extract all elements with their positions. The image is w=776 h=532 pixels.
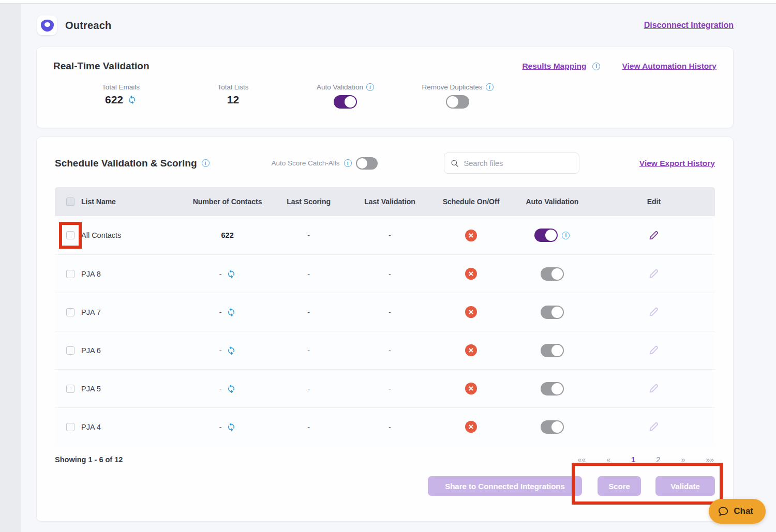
pagination-page-2[interactable]: 2 [656, 455, 660, 464]
table-row: PJA 7 - - - × i [55, 293, 715, 331]
schedule-off-icon[interactable]: × [465, 421, 477, 433]
last-scoring-value: - [307, 385, 310, 393]
last-scoring-value: - [307, 423, 310, 431]
last-validation-value: - [389, 423, 391, 431]
pagination-page-1[interactable]: 1 [631, 455, 635, 464]
last-validation-value: - [389, 231, 391, 239]
row-checkbox[interactable] [66, 385, 74, 393]
row-checkbox[interactable] [66, 423, 74, 431]
schedule-title: Schedule Validation & Scoring [55, 158, 197, 169]
auto-validation-info-icon[interactable]: i [562, 232, 570, 239]
chat-button[interactable]: Chat [709, 499, 766, 524]
view-automation-history-link[interactable]: View Automation History [622, 62, 717, 71]
auto-score-info-icon[interactable]: i [344, 159, 352, 167]
auto-score-toggle[interactable] [356, 157, 378, 170]
refresh-icon[interactable] [227, 422, 236, 432]
auto-validation-toggle[interactable] [541, 267, 564, 281]
refresh-icon[interactable] [227, 269, 236, 279]
list-name: PJA 4 [81, 423, 101, 431]
contacts-value: - [219, 346, 222, 355]
score-button[interactable]: Score [598, 476, 641, 496]
list-name: PJA 5 [81, 385, 101, 393]
refresh-icon[interactable] [127, 95, 137, 104]
schedule-title-info-icon[interactable]: i [202, 159, 210, 167]
auto-score-label: Auto Score Catch-Alls [272, 159, 340, 167]
pagination: «« « 1 2 » »» [578, 455, 715, 464]
edit-pencil-icon[interactable] [648, 345, 659, 356]
share-to-integrations-button[interactable]: Share to Connected Integrations [428, 476, 582, 496]
col-edit: Edit [593, 197, 715, 206]
select-all-checkbox[interactable] [66, 197, 74, 206]
auto-validation-toggle[interactable] [541, 344, 564, 357]
auto-validation-toggle[interactable] [541, 382, 564, 396]
schedule-off-icon[interactable]: × [465, 344, 477, 356]
table-header-row: List Name Number of Contacts Last Scorin… [55, 187, 715, 216]
table-row: PJA 5 - - - × i [55, 369, 715, 407]
auto-validation-info-icon[interactable]: i [366, 83, 374, 91]
total-lists-label: Total Lists [217, 83, 248, 91]
remove-duplicates-info-icon[interactable]: i [486, 83, 494, 91]
table-row: PJA 6 - - - × i [55, 331, 715, 369]
last-scoring-value: - [307, 308, 310, 316]
remove-duplicates-toggle[interactable] [446, 95, 469, 109]
schedule-off-icon[interactable]: × [465, 230, 477, 241]
row-checkbox[interactable] [66, 231, 74, 239]
outreach-logo-icon [37, 16, 57, 35]
list-name: All Contacts [81, 231, 121, 239]
list-name: PJA 8 [81, 270, 101, 278]
pagination-last[interactable]: »» [706, 455, 714, 464]
refresh-icon[interactable] [227, 346, 236, 355]
schedule-validation-card: Schedule Validation & Scoring i Auto Sco… [36, 136, 734, 522]
total-lists-stat: Total Lists 12 [177, 82, 289, 109]
edit-pencil-icon[interactable] [648, 230, 659, 241]
refresh-icon[interactable] [227, 384, 236, 393]
search-box[interactable] [444, 153, 579, 174]
auto-score-group: Auto Score Catch-Alls i [272, 157, 378, 170]
pagination-prev[interactable]: « [606, 455, 610, 464]
auto-validation-toggle[interactable] [541, 306, 564, 319]
table-row: All Contacts 622 - - × i [55, 216, 715, 254]
total-emails-stat: Total Emails 622 [65, 82, 177, 109]
contacts-value: - [219, 385, 222, 393]
edit-pencil-icon[interactable] [648, 307, 659, 317]
view-export-history-link[interactable]: View Export History [639, 159, 715, 168]
contacts-value: 622 [221, 231, 234, 239]
last-validation-value: - [389, 346, 391, 355]
realtime-title: Real-Time Validation [53, 60, 149, 72]
last-validation-value: - [389, 270, 391, 278]
page-title: Outreach [65, 20, 111, 32]
auto-validation-stat: Auto Validation i [289, 82, 401, 109]
disconnect-integration-link[interactable]: Disconnect Integration [644, 21, 734, 30]
row-checkbox[interactable] [66, 270, 74, 278]
list-name: PJA 7 [81, 308, 101, 316]
last-validation-value: - [389, 385, 391, 393]
search-input[interactable] [464, 159, 573, 168]
col-auto-validation: Auto Validation [512, 197, 593, 206]
row-checkbox[interactable] [66, 346, 74, 355]
edit-pencil-icon[interactable] [648, 421, 659, 432]
last-scoring-value: - [307, 346, 310, 355]
chat-bubble-icon [718, 506, 729, 517]
edit-pencil-icon[interactable] [648, 383, 659, 394]
col-schedule-on-off: Schedule On/Off [430, 197, 512, 206]
list-name: PJA 6 [81, 346, 101, 355]
results-mapping-info-icon[interactable]: i [592, 63, 600, 70]
auto-validation-toggle[interactable] [534, 229, 558, 242]
schedule-off-icon[interactable]: × [465, 383, 477, 394]
edit-pencil-icon[interactable] [648, 268, 659, 279]
refresh-icon[interactable] [227, 308, 236, 317]
realtime-validation-card: Real-Time Validation Results Mapping i V… [36, 47, 734, 128]
contacts-value: - [219, 270, 222, 278]
auto-validation-toggle[interactable] [334, 95, 357, 109]
results-mapping-link[interactable]: Results Mapping [522, 62, 586, 71]
row-checkbox[interactable] [66, 308, 74, 316]
auto-validation-toggle[interactable] [541, 420, 564, 434]
main-panel: Outreach Disconnect Integration Real-Tim… [21, 4, 776, 532]
schedule-off-icon[interactable]: × [465, 268, 477, 280]
chat-label: Chat [734, 506, 753, 516]
schedule-off-icon[interactable]: × [465, 306, 477, 318]
col-last-validation: Last Validation [349, 197, 430, 206]
pagination-first[interactable]: «« [578, 455, 586, 464]
pagination-next[interactable]: » [681, 455, 685, 464]
validate-button[interactable]: Validate [655, 476, 715, 496]
